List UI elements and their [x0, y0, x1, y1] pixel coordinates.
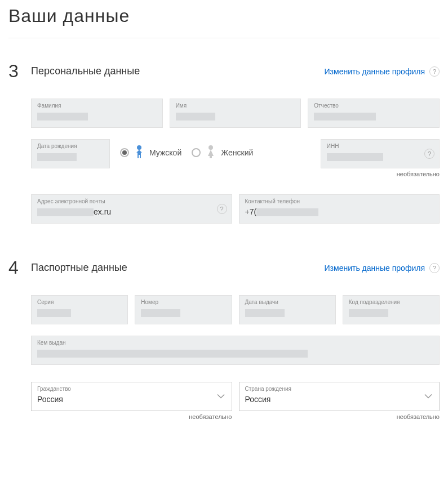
field-label: Код подразделения — [349, 299, 433, 305]
redacted-value — [256, 208, 318, 216]
field-label: Страна рождения — [245, 386, 434, 392]
step-number: 4 — [8, 257, 31, 278]
field-label: Серия — [37, 299, 122, 305]
section-passport: 4 Паспортные данные Изменить данные проф… — [8, 257, 440, 420]
section-header: 4 Паспортные данные Изменить данные проф… — [8, 257, 440, 278]
field-hint: необязательно — [239, 413, 440, 420]
country-row: Гражданство Россия необязательно Страна … — [31, 382, 440, 420]
page-title: Ваши данные — [8, 6, 440, 26]
inn-wrapper: ИНН ? необязательно — [321, 139, 440, 177]
step-number: 3 — [8, 61, 31, 82]
help-icon[interactable]: ? — [429, 66, 440, 77]
phone-prefix: +7( — [245, 207, 257, 216]
svg-point-1 — [209, 145, 213, 150]
chevron-down-icon — [217, 394, 225, 399]
redacted-value — [327, 153, 383, 161]
redacted-value — [37, 208, 94, 216]
section-title: Паспортные данные — [31, 262, 325, 274]
redacted-value — [176, 113, 215, 121]
section-personal: 3 Персональные данные Изменить данные пр… — [8, 61, 440, 224]
form-area: Фамилия Имя Отчество Дата рождения — [31, 99, 440, 224]
field-label: Отчество — [314, 102, 433, 109]
female-icon — [204, 145, 218, 160]
field-label: Контактный телефон — [245, 198, 434, 204]
field-hint: необязательно — [31, 413, 232, 420]
field-value: ex.ru — [37, 207, 111, 216]
chevron-down-icon — [424, 394, 432, 399]
number-field[interactable]: Номер — [135, 295, 232, 324]
field-label: Кем выдан — [37, 340, 433, 346]
inn-field[interactable]: ИНН ? — [321, 139, 440, 168]
redacted-value — [37, 350, 308, 358]
issued-by-field[interactable]: Кем выдан — [31, 336, 440, 365]
edit-profile-link[interactable]: Изменить данные профиля — [325, 264, 425, 273]
section-title: Персональные данные — [31, 65, 325, 77]
email-suffix: ex.ru — [94, 207, 111, 216]
birthdate-field[interactable]: Дата рождения — [31, 139, 110, 168]
help-icon[interactable]: ? — [217, 204, 227, 214]
radio-icon — [192, 148, 201, 157]
help-icon[interactable]: ? — [429, 263, 440, 273]
field-hint: необязательно — [321, 171, 440, 177]
redacted-value — [37, 113, 88, 121]
name-row: Фамилия Имя Отчество — [31, 99, 440, 128]
male-icon — [132, 145, 146, 160]
passport-numbers-row: Серия Номер Дата выдачи Код подразделени… — [31, 295, 440, 324]
gender-label: Женский — [221, 148, 253, 157]
series-field[interactable]: Серия — [31, 295, 128, 324]
redacted-value — [314, 113, 376, 121]
redacted-value — [245, 309, 285, 317]
redacted-value — [349, 309, 388, 317]
field-label: Фамилия — [37, 102, 157, 109]
birth-gender-inn-row: Дата рождения Мужской — [31, 139, 440, 177]
redacted-value — [141, 309, 180, 317]
field-label: Дата рождения — [37, 143, 104, 149]
patronymic-field[interactable]: Отчество — [308, 99, 440, 128]
field-label: Адрес электронной почты — [37, 198, 226, 204]
section-header: 3 Персональные данные Изменить данные пр… — [8, 61, 440, 82]
email-field[interactable]: Адрес электронной почты ex.ru ? — [31, 194, 232, 224]
field-value: +7( — [245, 207, 319, 216]
field-label: Номер — [141, 299, 225, 305]
help-icon[interactable]: ? — [424, 149, 434, 159]
gender-female-radio[interactable]: Женский — [192, 145, 253, 160]
citizenship-select[interactable]: Гражданство Россия — [31, 382, 232, 411]
field-label: Дата выдачи — [245, 299, 330, 305]
field-value: Россия — [37, 395, 63, 404]
lastname-field[interactable]: Фамилия — [31, 99, 163, 128]
form-area: Серия Номер Дата выдачи Код подразделени… — [31, 295, 440, 420]
field-label: ИНН — [327, 143, 433, 149]
redacted-value — [37, 309, 71, 317]
gender-label: Мужской — [149, 148, 181, 157]
redacted-value — [37, 153, 77, 161]
citizenship-wrapper: Гражданство Россия необязательно — [31, 382, 232, 420]
field-label: Имя — [176, 102, 295, 109]
dept-code-field[interactable]: Код подразделения — [343, 295, 440, 324]
radio-icon — [120, 148, 129, 157]
field-label: Гражданство — [37, 386, 226, 392]
edit-profile-link[interactable]: Изменить данные профиля — [325, 67, 425, 76]
gender-male-radio[interactable]: Мужской — [120, 145, 181, 160]
divider — [8, 38, 440, 38]
phone-field[interactable]: Контактный телефон +7( — [239, 194, 440, 224]
issue-date-field[interactable]: Дата выдачи — [239, 295, 336, 324]
firstname-field[interactable]: Имя — [170, 99, 301, 128]
svg-point-0 — [137, 145, 141, 150]
gender-group: Мужской Женский — [117, 139, 314, 166]
contact-row: Адрес электронной почты ex.ru ? Контактн… — [31, 194, 440, 224]
field-value: Россия — [245, 395, 271, 404]
issued-by-row: Кем выдан — [31, 336, 440, 365]
birth-country-select[interactable]: Страна рождения Россия — [239, 382, 440, 411]
birth-country-wrapper: Страна рождения Россия необязательно — [239, 382, 440, 420]
